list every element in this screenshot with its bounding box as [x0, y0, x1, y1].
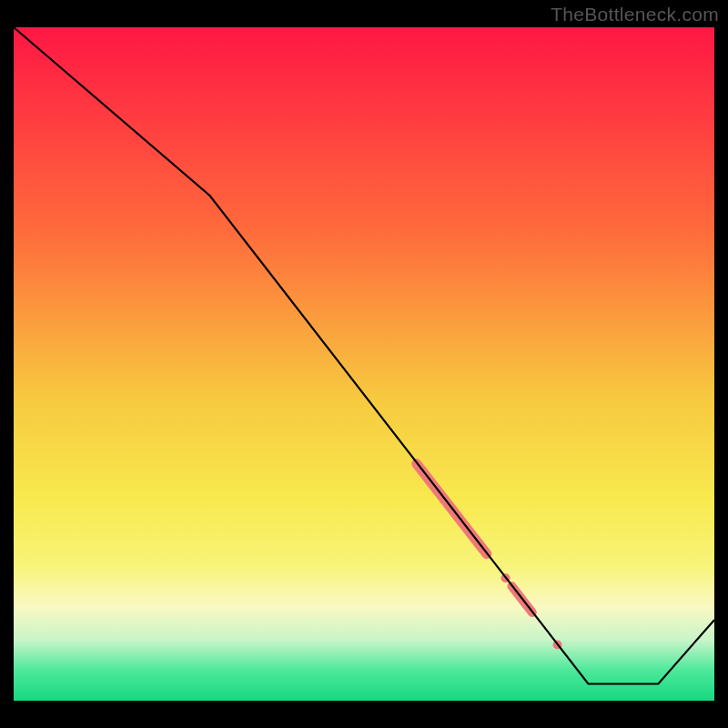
chart-container: TheBottleneck.com: [0, 0, 728, 728]
gradient-background: [14, 27, 714, 701]
chart-svg: [0, 0, 728, 728]
watermark-text: TheBottleneck.com: [551, 4, 719, 25]
